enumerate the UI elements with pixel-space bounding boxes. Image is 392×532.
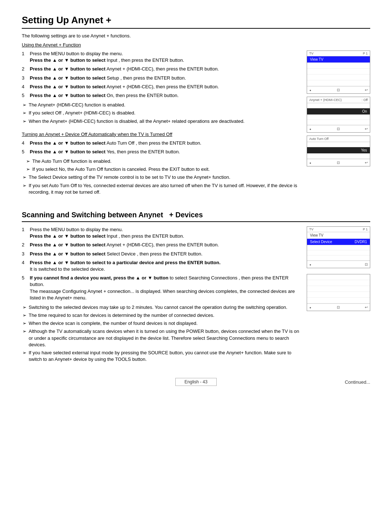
screen1-icon-right: ↩ [365,88,368,92]
arrow-2b: ➢ If you set Auto Turn Off to Yes, conne… [22,182,299,196]
screen5-icon-mid: ⊡ [337,305,340,309]
section1: Setting Up Anynet + The following settin… [22,15,370,197]
arrow-2a: ➢ The Select Device setting of the TV re… [22,174,299,181]
screen2-icon-left: ⬥ [309,127,311,131]
screen4-icon-mid: ⊡ [365,262,368,266]
section1-body: 1 Press the MENU button to display the m… [22,51,370,197]
step-3: 3 Press the ▲ or ▼ button to select Setu… [22,75,299,81]
screen1-tv-menu: TV P 1 View TV ⬥ ⊡ ↩ [307,51,370,94]
section2-diagrams: TV P 1 View TV Select Device DVDR1 ⬥ ⊡ [307,226,370,311]
arrow-1b: ➢ If you select Off , Anynet+ (HDMI-CEC)… [22,110,299,116]
subsection2-label: Turning an Anynet + Device Off Automatic… [22,132,299,137]
section2: Scanning and Switching between Anynet + … [22,204,370,364]
section1-text: 1 Press the MENU button to display the m… [22,51,299,197]
screen4-icon-left: ⬥ [309,262,311,266]
section1-title: Setting Up Anynet + [22,15,370,29]
subsection1-label: Using the Anynet + Function [22,42,370,48]
arrow-1a: ➢ The Anynet+ (HDMI-CEC) function is ena… [22,102,299,108]
s2-arrow-5: ➢ If you have selected external input mo… [22,350,299,363]
s2-step-4: 4 Press the ▲ or ▼ button to select to a… [22,259,299,273]
arrow-1c: ➢ When the Anynet+ (HDMI-CEC) function i… [22,118,299,125]
footer-language: English - 43 [175,378,216,386]
step2-5: 5 Press the ▲ or ▼ button to select Yes,… [22,149,299,155]
s2-step-3: 3 Press the ▲ or ▼ button to select Sele… [22,251,299,257]
s2-step-1: 1 Press the MENU button to display the m… [22,226,299,239]
screen5-empty: ⬥ ⊡ ↩ [307,274,370,311]
arrow-2a-sub: ➢ The Auto Turn Off function is enabled. [22,158,299,165]
screen5-icon-left: ⬥ [309,305,311,309]
screen4-select-device: TV P 1 View TV Select Device DVDR1 ⬥ ⊡ [307,226,370,268]
footer-continued: Continued... [345,379,370,385]
screen1-icon-mid: ⊡ [337,88,340,92]
s2-step-2: 2 Press the ▲ or ▼ button to select Anyn… [22,242,299,248]
section2-text: 1 Press the MENU button to display the m… [22,226,299,364]
s2-arrow-2: ➢ The time required to scan for devices … [22,312,299,319]
screen3-icon-left: ⬥ [309,161,311,165]
screen1-icon-left: ⬥ [309,88,311,92]
s2-arrow-4: ➢ Although the TV automatically scans de… [22,328,299,348]
section2-body: 1 Press the MENU button to display the m… [22,226,370,364]
section2-steps: 1 Press the MENU button to display the m… [22,226,299,301]
screen3-autoturnoff: Auto Turn Off Yes ⬥ ⊡ ↩ [307,136,370,166]
section1-steps: 1 Press the MENU button to display the m… [22,51,299,99]
screen2-icon-mid: ⊡ [337,127,340,131]
step-4: 4 Press the ▲ or ▼ button to select Anyn… [22,84,299,90]
screen3-icon-mid: ⊡ [337,161,340,165]
section1-steps2: 4 Press the ▲ or ▼ button to select Auto… [22,140,299,155]
s2-arrow-3: ➢ When the device scan is complete, the … [22,320,299,327]
screen3-icon-right: ↩ [365,161,368,165]
page-footer: English - 43 Continued... [22,375,370,386]
screen5-icon-right: ↩ [365,305,368,309]
arrow-2b-sub: ➢ If you select No, the Auto Turn Off fu… [22,166,299,173]
step-2: 2 Press the ▲ or ▼ button to select Anyn… [22,66,299,72]
page-content: Setting Up Anynet + The following settin… [22,15,370,386]
s2-arrow-1: ➢ Switching to the selected devices may … [22,304,299,311]
screen2-anynet-menu: Anynet + (HDMI-CEC) : Off On ⬥ ⊡ ↩ [307,97,370,133]
step-1: 1 Press the MENU button to display the m… [22,51,299,64]
screen2-icon-right: ↩ [365,127,368,131]
section2-title: Scanning and Switching between Anynet + … [22,211,370,222]
s2-step-5: 5 If you cannot find a device you want, … [22,275,299,301]
step2-4: 4 Press the ▲ or ▼ button to select Auto… [22,140,299,146]
step-5: 5 Press the ▲ or ▼ button to select On, … [22,92,299,99]
section1-intro: The following settings are to use Anynet… [22,33,370,39]
section1-diagrams: TV P 1 View TV ⬥ ⊡ ↩ [307,51,370,166]
